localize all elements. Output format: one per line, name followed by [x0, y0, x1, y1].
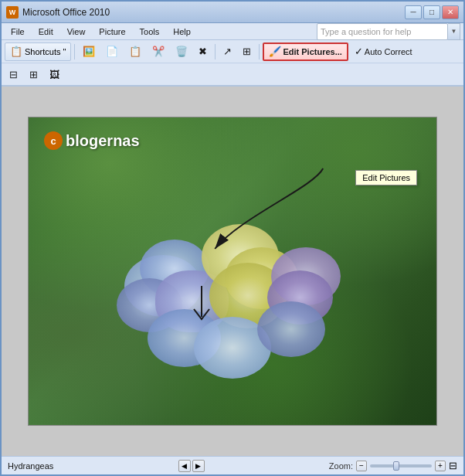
toolbar-row2: ⊟ ⊞ 🖼 — [2, 63, 463, 85]
app-icon: W — [6, 6, 19, 19]
arrow-icon: ↗ — [223, 46, 232, 57]
zoom-handle[interactable] — [393, 461, 399, 471]
image-icon: 🖼️ — [83, 46, 95, 57]
main-content: Edit Pictures — [2, 87, 463, 456]
prev-arrow[interactable]: ◀ — [178, 460, 191, 472]
auto-correct-button[interactable]: ✓ Auto Correct — [350, 42, 417, 61]
edit-pictures-icon: 🖌️ — [269, 46, 281, 57]
toolbar-btn-6[interactable]: ✖ — [194, 42, 212, 61]
titlebar: W Microsoft Office 2010 ─ □ ✕ — [2, 2, 463, 23]
minimize-button[interactable]: ─ — [405, 5, 422, 19]
menu-picture[interactable]: Picture — [93, 26, 131, 38]
toolbar-row1: 📋 Shortcuts " 🖼️ 📄 📋 ✂️ 🗑️ ✖ — [2, 40, 463, 63]
image-background: c blogernas — [29, 117, 436, 425]
image-container: c blogernas — [28, 117, 437, 426]
status-bar: Hydrangeas ◀ ▶ Zoom: − + ⊟ — [2, 456, 463, 474]
scissors-icon: 🗑️ — [175, 46, 188, 57]
tooltip: Edit Pictures — [355, 170, 417, 185]
next-arrow[interactable]: ▶ — [192, 460, 205, 472]
toolbar-btn-4[interactable]: ✂️ — [148, 42, 169, 61]
toolbar-area: 📋 Shortcuts " 🖼️ 📄 📋 ✂️ 🗑️ ✖ — [2, 40, 463, 87]
zoom-fit-icon: ⊞ — [243, 46, 251, 57]
auto-correct-label: Auto Correct — [365, 47, 412, 56]
zoom-area: Zoom: − + ⊟ — [329, 460, 457, 471]
zoom-fit-icon[interactable]: ⊟ — [449, 460, 457, 471]
separator-2 — [215, 44, 216, 60]
toolbar2-btn-1[interactable]: ⊟ — [5, 65, 22, 83]
page-label: Hydrangeas — [8, 461, 53, 471]
zoom-label: Zoom: — [329, 461, 353, 471]
toolbar-btn-8[interactable]: ⊞ — [238, 42, 256, 61]
inner-arrow-annotation — [178, 282, 225, 328]
menu-bar: File Edit View Picture Tools Help Type a… — [2, 23, 463, 40]
delete-icon: ✖ — [199, 46, 207, 57]
menu-view[interactable]: View — [61, 26, 92, 38]
shortcuts-button[interactable]: 📋 Shortcuts " — [5, 42, 71, 61]
application-window: W Microsoft Office 2010 ─ □ ✕ File Edit … — [0, 0, 465, 476]
close-button[interactable]: ✕ — [442, 5, 459, 19]
cut-icon: ✂️ — [152, 46, 165, 57]
logo-overlay: c blogernas — [44, 131, 140, 150]
toolbar-btn-7[interactable]: ↗ — [219, 42, 236, 61]
auto-correct-icon: ✓ — [355, 46, 363, 57]
separator-3 — [259, 44, 260, 60]
zoom-in-button[interactable]: + — [435, 461, 446, 471]
image2-icon: 🖼 — [49, 69, 59, 80]
separator-1 — [74, 44, 75, 60]
shortcuts-icon: 📋 — [10, 46, 22, 57]
toolbar-btn-5[interactable]: 🗑️ — [171, 42, 192, 61]
toolbar-btn-3[interactable]: 📋 — [124, 42, 146, 61]
navigation-arrows: ◀ ▶ — [178, 460, 205, 472]
shortcuts-label: Shortcuts " — [25, 47, 66, 56]
logo-text: blogernas — [66, 132, 140, 150]
menu-edit[interactable]: Edit — [32, 26, 59, 38]
edit-pictures-label: Edit Pictures... — [283, 47, 341, 56]
help-search-input[interactable]: Type a question for help — [317, 23, 448, 40]
toolbar-btn-2[interactable]: 📄 — [101, 42, 123, 61]
menu-tools[interactable]: Tools — [134, 26, 166, 38]
maximize-button[interactable]: □ — [423, 5, 440, 19]
toolbar2-btn-2[interactable]: ⊞ — [25, 65, 42, 83]
menu-file[interactable]: File — [5, 26, 31, 38]
window-controls: ─ □ ✕ — [405, 5, 459, 19]
copy-icon: 📄 — [106, 46, 118, 57]
edit-pictures-button[interactable]: 🖌️ Edit Pictures... — [263, 42, 348, 61]
toolbar2-btn-3[interactable]: 🖼 — [45, 65, 64, 83]
zoom-slider[interactable] — [370, 464, 432, 468]
window-title: Microsoft Office 2010 — [22, 7, 405, 18]
grid-icon: ⊟ — [9, 69, 18, 80]
help-dropdown-btn[interactable]: ▼ — [448, 23, 460, 40]
view-icon: ⊞ — [29, 69, 38, 80]
menu-help[interactable]: Help — [167, 26, 197, 38]
toolbar-btn-1[interactable]: 🖼️ — [78, 42, 100, 61]
hydrangea-flower — [117, 209, 348, 386]
zoom-out-button[interactable]: − — [356, 461, 367, 471]
paste-icon: 📋 — [129, 46, 141, 57]
logo-icon: c — [44, 131, 63, 150]
